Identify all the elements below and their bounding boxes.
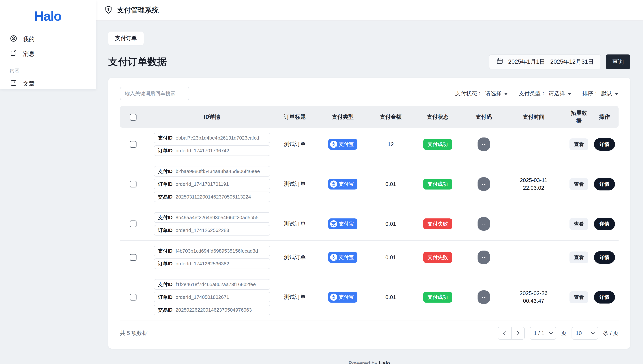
id-chip-value: orderId_1741262536382 [176,261,229,267]
table-row: 支付ID8b49aa4ef2264e93be4f66bf20ad5b55订单ID… [120,207,618,241]
date-range-picker[interactable]: 2025年1月1日 - 2025年12月31日 [489,54,601,69]
sidebar-nav: 我的 消息 内容 文章 [0,32,96,91]
status-badge: 支付失败 [423,252,452,263]
sidebar-item-label: 文章 [23,80,35,88]
id-chip: 支付IDebbaf7c23b1d4be4b26131d7023cafcd [154,132,270,143]
next-page-button[interactable] [511,327,524,339]
id-chip-label: 支付ID [158,214,173,221]
detail-button[interactable]: 详情 [594,178,615,190]
row-checkbox[interactable] [130,294,137,300]
id-chip-value: orderId_1741701796742 [176,148,229,154]
amount-cell: 12 [374,128,408,161]
alipay-badge: 支支付宝 [328,178,358,190]
table-row: 支付IDf1f2e461ef7d465a862aa73f168b2fee订单ID… [120,274,618,320]
column-pay-time: 支付时间 [500,106,567,128]
column-pay-code: 支付码 [468,106,500,128]
app-title: 支付管理系统 [117,6,159,15]
pay-time-cell: 2025-03-1122:03:02 [500,161,567,207]
halo-logo[interactable]: Halo [0,9,96,24]
id-chip-label: 交易ID [158,194,173,200]
filter-pay-status[interactable]: 支付状态： 请选择 [455,90,508,97]
column-pay-status: 支付状态 [408,106,468,128]
page-title: 支付订单数据 [108,56,167,68]
powered-by: Powered by Halo [108,360,630,364]
row-checkbox[interactable] [130,181,137,188]
message-icon [10,50,17,58]
id-chip-label: 订单ID [158,294,173,300]
query-button[interactable]: 查询 [606,54,630,69]
chevron-right-icon [515,331,520,336]
row-checkbox[interactable] [130,220,137,227]
pay-time-cell: 2025-02-2600:43:47 [500,274,567,320]
expand-view-button[interactable]: 查看 [569,178,588,190]
status-badge: 支付失败 [423,218,452,229]
pay-code-pill: -- [478,250,490,264]
id-chip-label: 订单ID [158,181,173,188]
prev-page-button[interactable] [498,327,511,339]
id-chip: 支付IDf4b703b1cd694fd6989535156fecad3d [154,246,270,256]
orders-card: 支付状态： 请选择 支付类型： 请选择 排序： 默认 [108,78,630,348]
amount-cell: 0.01 [374,161,408,207]
expand-view-button[interactable]: 查看 [569,218,588,230]
amount-cell: 0.01 [374,274,408,320]
expand-view-button[interactable]: 查看 [569,252,588,263]
chevron-down-icon [549,330,553,334]
status-badge: 支付成功 [423,178,452,190]
sidebar-item-messages[interactable]: 消息 [10,46,86,61]
id-chip-value: f4b703b1cd694fd6989535156fecad3d [176,248,258,254]
sidebar-item-profile[interactable]: 我的 [10,32,86,46]
alipay-badge: 支支付宝 [328,218,358,229]
total-count: 共 5 项数据 [120,330,148,337]
chevron-down-icon [504,93,508,95]
article-icon [10,79,17,88]
sidebar-item-articles[interactable]: 文章 [10,76,86,91]
order-title-cell: 测试订单 [278,241,312,274]
row-checkbox[interactable] [130,141,137,148]
table-body: 支付IDebbaf7c23b1d4be4b26131d7023cafcd订单ID… [120,128,618,320]
id-chip: 订单IDorderId_1741701701191 [154,179,270,189]
id-chip-value: b2baa9980fd5434aa8ba45d906f46eee [176,168,260,174]
page-unit-label: 页 [561,330,567,337]
chevron-down-icon [568,93,571,95]
calendar-icon [496,58,503,66]
id-chip-value: f1f2e461ef7d465a862aa73f168b2fee [176,282,256,287]
status-badge: 支付成功 [423,292,452,302]
alipay-icon: 支 [330,180,337,188]
id-chip: 订单IDorderId_1740501802671 [154,292,270,302]
tab-payment-orders[interactable]: 支付订单 [108,32,144,45]
id-chip-label: 支付ID [158,135,173,141]
id-chip: 支付ID8b49aa4ef2264e93be4f66bf20ad5b55 [154,212,270,223]
expand-view-button[interactable]: 查看 [569,138,588,150]
id-chip-value: 8b49aa4ef2264e93be4f66bf20ad5b55 [176,215,258,220]
detail-button[interactable]: 详情 [594,251,615,264]
page-size-select[interactable]: 10 [571,327,598,340]
alipay-icon: 支 [330,254,337,261]
status-badge: 支付成功 [423,139,452,150]
table-row: 支付IDebbaf7c23b1d4be4b26131d7023cafcd订单ID… [120,128,618,161]
detail-button[interactable]: 详情 [594,218,615,230]
main-content: 支付订单 支付订单数据 2025年1月1日 - 2025年12月31日 查询 [96,21,643,364]
page-select[interactable]: 1 / 1 [530,327,556,340]
id-chip: 订单IDorderId_1741262536382 [154,258,270,269]
pay-code-pill: -- [478,177,490,191]
sidebar-item-label: 我的 [23,35,35,43]
id-chip: 订单IDorderId_1741262562283 [154,225,270,236]
pay-type-label: 支付宝 [339,254,354,261]
detail-button[interactable]: 详情 [594,291,615,304]
pay-time-cell [500,241,567,274]
table-row: 支付IDb2baa9980fd5434aa8ba45d906f46eee订单ID… [120,161,618,207]
select-all-checkbox[interactable] [130,114,137,120]
pay-type-label: 支付宝 [339,220,354,227]
id-chip: 交易ID2025022622001462370504976063 [154,305,270,315]
filter-pay-type[interactable]: 支付类型： 请选择 [519,90,571,97]
sidebar-item-label: 消息 [23,50,35,58]
row-checkbox[interactable] [130,254,137,261]
search-input[interactable] [120,87,189,100]
expand-view-button[interactable]: 查看 [569,291,588,303]
id-chip: 支付IDf1f2e461ef7d465a862aa73f168b2fee [154,279,270,290]
id-chip-label: 支付ID [158,281,173,288]
halo-brand-link[interactable]: Halo [379,360,390,364]
alipay-icon: 支 [330,294,337,301]
detail-button[interactable]: 详情 [594,138,615,151]
filter-sort[interactable]: 排序： 默认 [582,90,618,97]
